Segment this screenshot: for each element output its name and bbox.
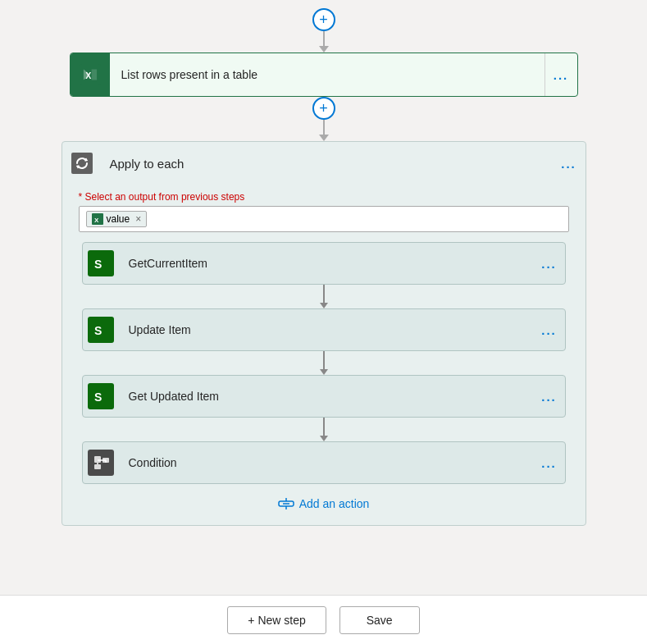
bottom-bar: + New step Save	[0, 595, 647, 644]
apply-header-label: Apply to each	[102, 157, 553, 171]
value-tag: X value ×	[86, 211, 148, 227]
svg-text:S: S	[94, 324, 102, 337]
top-add-connector: +	[312, 8, 335, 53]
condition-card: Condition ...	[82, 441, 566, 484]
get-updated-item-more[interactable]: ...	[534, 376, 565, 417]
svg-rect-2	[71, 153, 93, 174]
new-step-button[interactable]: + New step	[227, 606, 326, 634]
connector-3	[320, 418, 328, 441]
apply-each-icon	[62, 142, 102, 185]
apply-to-each-block: Apply to each ... * Select an output fro…	[62, 141, 586, 526]
get-updated-item-card: S Get Updated Item ...	[82, 375, 566, 418]
connector-1	[320, 285, 328, 308]
middle-add-connector: +	[312, 97, 335, 141]
add-action-row[interactable]: Add an action	[278, 496, 370, 512]
svg-text:X: X	[85, 71, 91, 80]
connector-2	[320, 351, 328, 375]
svg-text:X: X	[94, 217, 99, 224]
apply-header-more[interactable]: ...	[553, 142, 585, 185]
condition-label: Condition	[119, 456, 534, 469]
get-current-item-more[interactable]: ...	[534, 243, 565, 284]
value-tag-text: value	[107, 213, 130, 225]
get-current-item-card: S GetCurrentItem ...	[82, 242, 566, 285]
excel-step-more[interactable]: ...	[544, 53, 577, 96]
get-current-item-label: GetCurrentItem	[119, 257, 534, 270]
value-tag-excel-icon: X	[92, 213, 103, 225]
condition-more[interactable]: ...	[534, 442, 565, 483]
apply-header: Apply to each ...	[62, 142, 585, 185]
add-action-label: Add an action	[299, 497, 370, 510]
svg-text:S: S	[94, 258, 102, 271]
excel-step-icon: X	[71, 53, 110, 96]
update-item-label: Update Item	[119, 323, 534, 336]
add-action-icon	[278, 496, 294, 512]
middle-add-button[interactable]: +	[312, 97, 335, 120]
output-input-box[interactable]: X value ×	[79, 206, 569, 232]
update-item-more[interactable]: ...	[534, 309, 565, 350]
get-updated-item-label: Get Updated Item	[119, 390, 534, 403]
update-item-card: S Update Item ...	[82, 308, 566, 351]
excel-step-card: X List rows present in a table ...	[70, 53, 578, 97]
excel-step-label: List rows present in a table	[110, 68, 544, 81]
select-output-label: * Select an output from previous steps	[79, 191, 569, 203]
update-item-icon: S	[83, 309, 119, 350]
svg-rect-12	[94, 456, 101, 463]
value-tag-close[interactable]: ×	[135, 213, 141, 225]
get-updated-item-icon: S	[83, 376, 119, 417]
inner-steps: S GetCurrentItem ...	[62, 242, 585, 512]
condition-icon	[83, 442, 119, 483]
get-current-item-icon: S	[83, 243, 119, 284]
apply-body: * Select an output from previous steps X…	[62, 185, 585, 232]
svg-rect-11	[88, 450, 114, 476]
svg-text:S: S	[94, 391, 102, 404]
top-add-button[interactable]: +	[312, 8, 335, 31]
save-button[interactable]: Save	[339, 606, 420, 634]
svg-rect-13	[94, 464, 101, 469]
